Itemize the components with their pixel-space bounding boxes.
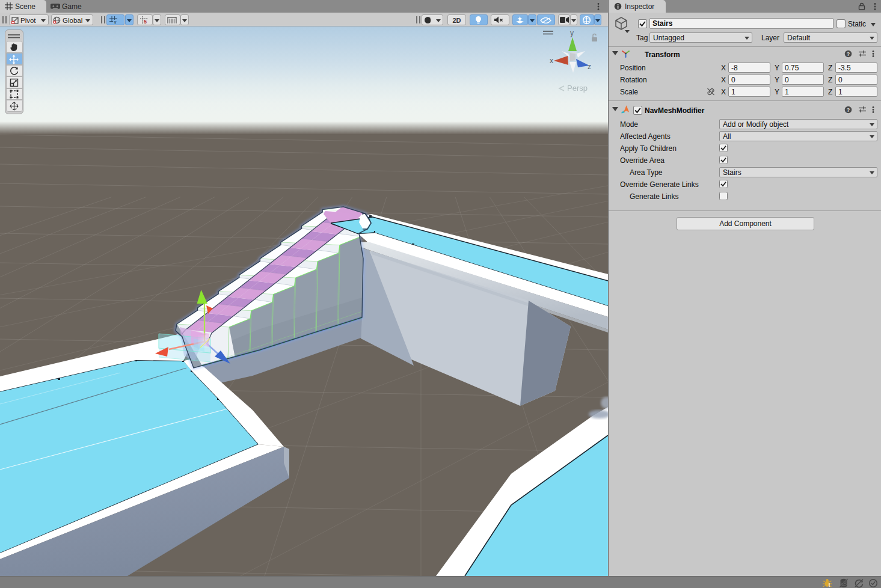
svg-text:!: !: [829, 582, 830, 588]
svg-text:?: ?: [847, 107, 850, 113]
svg-text:?: ?: [847, 51, 850, 57]
svg-text:y: y: [570, 29, 574, 37]
svg-text:z: z: [588, 63, 591, 71]
svg-text:Y: Y: [114, 20, 117, 24]
svg-text:x: x: [550, 57, 553, 65]
svg-text:Persp: Persp: [567, 84, 588, 93]
svg-text:5: 5: [144, 19, 147, 24]
